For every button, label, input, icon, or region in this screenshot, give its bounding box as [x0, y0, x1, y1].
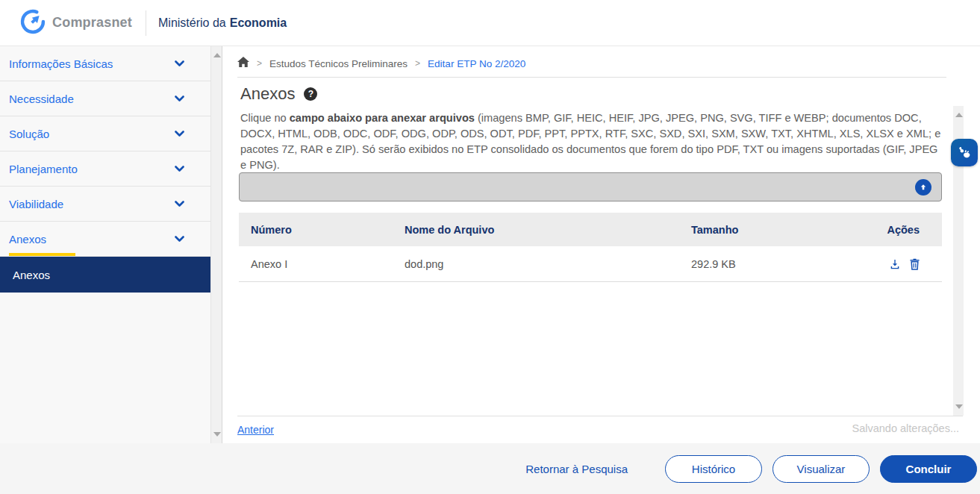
column-header-nome-do-arquivo: Nome do Arquivo	[405, 224, 691, 236]
column-header-tamanho: Tamanho	[691, 224, 872, 236]
help-icon[interactable]: ?	[304, 87, 317, 101]
attachment-instructions: Clique no campo abaixo para anexar arqui…	[240, 110, 945, 173]
scroll-up-arrow[interactable]	[955, 113, 963, 117]
table-header-row: Número Nome do Arquivo Tamanho Ações	[239, 213, 942, 246]
breadcrumb-separator: >	[257, 58, 262, 69]
ministry-name: Economia	[230, 16, 287, 30]
delete-trash-icon[interactable]	[908, 257, 921, 270]
app-window: Comprasnet Ministério da Economia Inform…	[0, 0, 980, 494]
breadcrumb-current-page[interactable]: Editar ETP No 2/2020	[428, 58, 525, 69]
chevron-down-icon	[175, 166, 184, 172]
concluir-button[interactable]: Concluir	[880, 455, 977, 483]
breadcrumb-divider	[237, 77, 946, 78]
column-header-acoes: Ações	[872, 224, 942, 236]
top-header: Comprasnet Ministério da Economia	[0, 0, 980, 46]
chevron-down-icon	[175, 236, 184, 243]
sidebar-subitem-anexos-selected[interactable]: Anexos	[0, 257, 211, 293]
header-divider	[146, 10, 146, 36]
chevron-down-icon	[175, 201, 184, 207]
sidebar-item-informacoes-basicas[interactable]: Informações Básicas	[0, 46, 211, 81]
table-row: Anexo I dod.png 292.9 KB	[239, 246, 942, 282]
saving-status: Salvando alterações...	[852, 422, 959, 434]
column-header-numero: Número	[239, 224, 405, 236]
sidebar-nav: Informações Básicas Necessidade Solução …	[0, 46, 222, 443]
sidebar-item-anexos[interactable]: Anexos	[0, 222, 211, 257]
chevron-down-icon	[175, 96, 184, 102]
home-icon[interactable]	[237, 57, 249, 70]
cell-numero: Anexo I	[239, 258, 405, 270]
scroll-down-arrow[interactable]	[213, 432, 221, 437]
retornar-pesquisa-link[interactable]: Retornar à Pesquisa	[525, 463, 628, 475]
upload-icon[interactable]	[915, 179, 931, 196]
ministry-title: Ministério da Economia	[158, 16, 287, 30]
sidebar-scrollbar[interactable]	[210, 46, 222, 443]
breadcrumb: > Estudos Técnicos Preliminares > Editar…	[237, 56, 525, 71]
main-content: > Estudos Técnicos Preliminares > Editar…	[222, 46, 980, 443]
cell-tamanho: 292.9 KB	[691, 258, 872, 270]
breadcrumb-separator: >	[415, 58, 420, 69]
download-icon[interactable]	[888, 257, 901, 270]
sidebar-item-necessidade[interactable]: Necessidade	[0, 81, 211, 116]
comprasnet-logo-icon	[19, 8, 46, 38]
ministry-prefix: Ministério da	[158, 16, 226, 30]
chevron-down-icon	[175, 60, 184, 67]
breadcrumb-link-etp[interactable]: Estudos Técnicos Preliminares	[269, 58, 408, 69]
content-bottom-divider	[237, 416, 963, 416]
footer-action-bar: Retornar à Pesquisa Histórico Visualizar…	[0, 443, 980, 494]
scroll-up-arrow[interactable]	[213, 53, 221, 57]
attachments-table: Número Nome do Arquivo Tamanho Ações Ane…	[239, 213, 942, 282]
anterior-link[interactable]: Anterior	[237, 424, 274, 436]
sidebar-item-solucao[interactable]: Solução	[0, 116, 211, 151]
sidebar-item-viabilidade[interactable]: Viabilidade	[0, 187, 211, 222]
scroll-down-arrow[interactable]	[955, 404, 963, 409]
page-title: Anexos	[240, 84, 295, 104]
sidebar-item-planejamento[interactable]: Planejamento	[0, 151, 211, 187]
visualizar-button[interactable]: Visualizar	[773, 455, 870, 483]
cell-nome-do-arquivo: dod.png	[405, 258, 691, 270]
active-indicator-bar	[9, 253, 75, 256]
comprasnet-logo[interactable]: Comprasnet	[19, 8, 132, 38]
historico-button[interactable]: Histórico	[665, 455, 762, 483]
file-upload-dropzone[interactable]	[239, 172, 942, 201]
vlibras-accessibility-icon[interactable]	[951, 139, 978, 166]
chevron-down-icon	[175, 131, 184, 137]
brand-name: Comprasnet	[52, 15, 132, 31]
